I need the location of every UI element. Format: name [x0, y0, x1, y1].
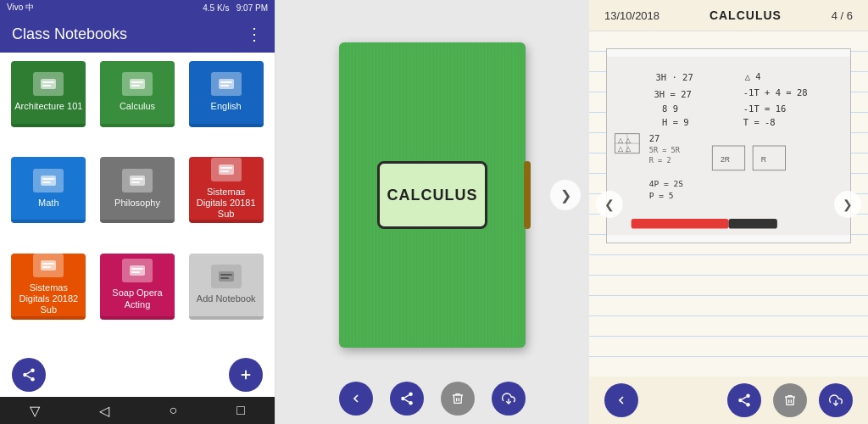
svg-point-27 [31, 369, 35, 373]
svg-line-31 [26, 371, 31, 374]
svg-text:P = 5: P = 5 [649, 191, 674, 200]
viewer-title: CALCULUS [709, 8, 782, 22]
svg-rect-24 [219, 271, 234, 282]
nav-home[interactable]: ○ [169, 403, 177, 418]
share-button-viewer[interactable] [727, 383, 761, 417]
svg-rect-0 [41, 79, 56, 89]
svg-text:△ △: △ △ [618, 145, 631, 153]
svg-line-38 [404, 395, 409, 398]
viewer-date: 13/10/2018 [604, 9, 659, 22]
notebook-english[interactable]: English [184, 61, 268, 152]
svg-rect-11 [42, 181, 51, 183]
notebook-book: CALCULUS [339, 42, 526, 348]
svg-rect-8 [220, 85, 229, 86]
svg-text:△ △: △ △ [618, 137, 631, 144]
notebook-soap[interactable]: Soap Opera Acting [96, 254, 180, 344]
svg-rect-10 [42, 178, 54, 180]
svg-rect-21 [130, 265, 145, 276]
middle-bottom-actions [339, 382, 526, 416]
whiteboard-image: 3H · 27 3H = 27 8 9 H = 9 △ 4 -1T + 4 = … [606, 48, 851, 243]
notebook-philosophy[interactable]: Philosophy [96, 157, 180, 248]
lined-paper: ❮ ❯ 3H · 27 3H = 27 8 9 H = 9 △ 4 -1T + … [589, 31, 868, 377]
right-panel: 13/10/2018 CALCULUS 4 / 6 ❮ ❯ 3H · 27 3H… [589, 0, 868, 424]
svg-rect-22 [131, 268, 143, 270]
middle-panel: CALCULUS ❯ [275, 0, 589, 424]
svg-text:H = 9: H = 9 [662, 117, 689, 127]
menu-icon[interactable]: ⋮ [246, 24, 263, 44]
svg-point-28 [23, 373, 27, 377]
svg-text:4P = 2S: 4P = 2S [649, 179, 683, 188]
svg-rect-2 [42, 85, 51, 86]
svg-rect-9 [41, 176, 56, 186]
svg-text:R: R [761, 155, 766, 164]
back-button-middle[interactable] [339, 382, 373, 416]
notebook-calculus[interactable]: Calculus [96, 61, 180, 152]
svg-rect-5 [131, 85, 140, 86]
svg-rect-7 [220, 81, 232, 83]
viewer-right-actions [727, 383, 853, 417]
notebook-math[interactable]: Math [7, 157, 91, 248]
svg-rect-15 [219, 165, 234, 175]
status-right: 4.5 K/s 9:07 PM [203, 3, 268, 13]
svg-line-69 [742, 397, 746, 399]
svg-text:27: 27 [649, 133, 660, 143]
svg-line-37 [404, 399, 409, 402]
prev-page-button-viewer[interactable]: ❮ [596, 191, 623, 218]
next-page-button-viewer[interactable]: ❯ [834, 191, 861, 218]
svg-point-34 [409, 393, 413, 397]
svg-text:8    9: 8 9 [662, 103, 678, 114]
svg-point-65 [746, 394, 750, 399]
svg-rect-12 [130, 176, 145, 186]
svg-point-66 [738, 399, 743, 403]
back-button-viewer[interactable] [604, 383, 638, 417]
svg-rect-6 [219, 79, 234, 89]
app-title: Class Notebooks [12, 25, 127, 43]
svg-rect-26 [220, 277, 229, 279]
nav-back[interactable]: ▽ [30, 403, 40, 419]
svg-rect-16 [220, 167, 232, 169]
svg-text:△  4: △ 4 [745, 71, 761, 81]
svg-text:5R = 5R: 5R = 5R [649, 146, 681, 154]
svg-rect-13 [131, 178, 143, 180]
delete-button-viewer[interactable] [773, 383, 807, 417]
svg-rect-20 [42, 266, 51, 268]
svg-rect-25 [220, 274, 232, 276]
notebook-add[interactable]: Add Notebook [184, 254, 268, 344]
notebook-sistemas2[interactable]: Sistemas Digitals 20182 Sub [7, 254, 91, 344]
svg-rect-14 [131, 181, 140, 183]
next-page-button[interactable]: ❯ [550, 180, 581, 210]
viewer-header: 13/10/2018 CALCULUS 4 / 6 [589, 0, 868, 31]
svg-text:R = 2: R = 2 [649, 156, 671, 165]
notebook-architecture[interactable]: Architecture 101 [7, 61, 91, 152]
svg-text:2R: 2R [721, 155, 730, 164]
svg-rect-4 [131, 81, 143, 83]
delete-button-middle[interactable] [441, 382, 475, 416]
nav-arrow[interactable]: ◁ [99, 403, 109, 419]
notebooks-grid: Architecture 101 Calculus English [0, 53, 275, 353]
svg-text:3H = 27: 3H = 27 [654, 89, 691, 99]
svg-rect-1 [42, 81, 54, 83]
svg-line-30 [26, 376, 31, 378]
add-notebook-button[interactable] [229, 358, 263, 392]
app-bar: Class Notebooks ⋮ [0, 15, 275, 53]
svg-rect-18 [41, 260, 56, 271]
viewer-bottom-actions [589, 377, 868, 424]
download-button-viewer[interactable] [819, 383, 853, 417]
share-button-middle[interactable] [390, 382, 424, 416]
share-button-left[interactable] [12, 358, 46, 392]
download-button-middle[interactable] [492, 382, 526, 416]
svg-rect-60 [729, 219, 777, 228]
svg-point-29 [31, 377, 35, 382]
carrier-label: Vivo 中 [7, 2, 34, 14]
svg-rect-19 [42, 263, 54, 265]
svg-line-68 [742, 401, 746, 404]
status-bar: Vivo 中 4.5 K/s 9:07 PM [0, 0, 275, 15]
nav-square[interactable]: □ [236, 403, 245, 418]
left-panel: Vivo 中 4.5 K/s 9:07 PM Class Notebooks ⋮… [0, 0, 275, 424]
svg-point-35 [401, 397, 405, 401]
svg-point-36 [409, 401, 413, 405]
notebook-sistemas1[interactable]: Sistemas Digitals 20181 Sub [184, 157, 268, 248]
svg-text:-1T = 16: -1T = 16 [743, 103, 787, 114]
notebook-book-title: CALCULUS [387, 187, 478, 204]
svg-text:T = -8: T = -8 [743, 117, 776, 127]
